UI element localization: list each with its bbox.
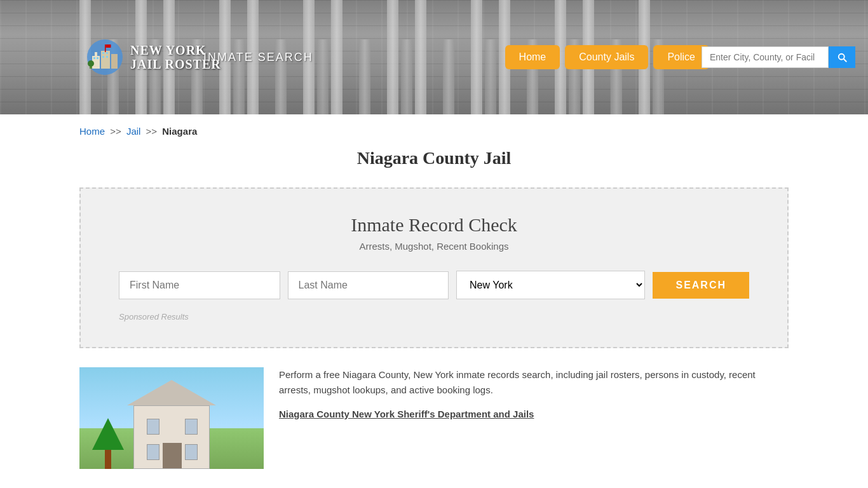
- facility-image: [79, 367, 264, 469]
- main-nav: Home County Jails Police: [505, 45, 709, 69]
- header-search-button[interactable]: [829, 46, 855, 68]
- svg-rect-11: [105, 44, 106, 52]
- nav-home-button[interactable]: Home: [505, 45, 560, 69]
- inmate-search-label: INMATE SEARCH: [203, 51, 313, 64]
- svg-rect-8: [106, 52, 108, 54]
- svg-rect-4: [111, 54, 118, 69]
- state-select[interactable]: New York Alabama Alaska Arizona Arkansas…: [456, 271, 645, 299]
- page-title: Niagara County Jail: [0, 148, 868, 168]
- site-logo[interactable]: NEW YORK JAIL ROSTER: [79, 0, 221, 114]
- svg-rect-7: [102, 52, 104, 54]
- svg-rect-10: [106, 56, 108, 58]
- record-check-form: New York Alabama Alaska Arizona Arkansas…: [119, 271, 749, 299]
- breadcrumb-sep-2: >>: [146, 126, 158, 137]
- bottom-content-area: Perform a free Niagara County, New York …: [79, 367, 789, 469]
- logo-icon: [86, 38, 124, 76]
- bottom-subheading: Niagara County New York Sheriff's Depart…: [279, 407, 789, 422]
- record-check-section: Inmate Record Check Arrests, Mugshot, Re…: [79, 187, 789, 348]
- record-check-subtitle: Arrests, Mugshot, Recent Bookings: [119, 241, 749, 252]
- svg-rect-12: [106, 44, 111, 48]
- svg-rect-6: [97, 57, 98, 59]
- svg-rect-2: [95, 52, 97, 56]
- breadcrumb-sep-1: >>: [110, 126, 121, 137]
- sponsored-results-label: Sponsored Results: [119, 312, 749, 322]
- building-roof: [127, 380, 216, 405]
- building-silhouette: [133, 405, 210, 469]
- breadcrumb-current: Niagara: [162, 126, 197, 137]
- bottom-description: Perform a free Niagara County, New York …: [279, 367, 789, 398]
- svg-rect-5: [93, 57, 95, 59]
- breadcrumb-jail-link[interactable]: Jail: [126, 126, 141, 137]
- breadcrumb: Home >> Jail >> Niagara: [0, 114, 868, 148]
- last-name-input[interactable]: [288, 271, 449, 299]
- page-header: NEW YORK JAIL ROSTER INMATE SEARCH Home …: [0, 0, 868, 114]
- header-search-area: [702, 46, 855, 68]
- first-name-input[interactable]: [119, 271, 280, 299]
- svg-rect-9: [102, 56, 104, 58]
- record-search-button[interactable]: SEARCH: [653, 272, 749, 299]
- record-check-title: Inmate Record Check: [119, 214, 749, 236]
- search-icon: [836, 51, 848, 63]
- nav-county-jails-button[interactable]: County Jails: [565, 45, 648, 69]
- nav-police-button[interactable]: Police: [653, 45, 709, 69]
- svg-point-14: [88, 60, 94, 67]
- breadcrumb-home-link[interactable]: Home: [79, 126, 105, 137]
- bottom-description-area: Perform a free Niagara County, New York …: [279, 367, 789, 469]
- header-search-input[interactable]: [702, 46, 829, 68]
